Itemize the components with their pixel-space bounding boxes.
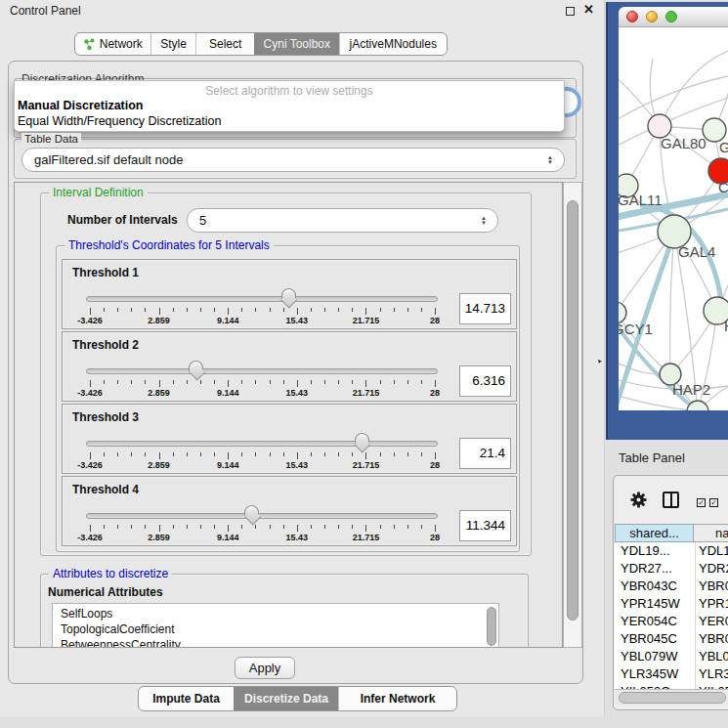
- network-window-titlebar[interactable]: [619, 7, 728, 27]
- slider-tick: [214, 308, 215, 312]
- popup-item-equal-width-frequency-discretization[interactable]: Equal Width/Frequency Discretization: [18, 114, 221, 128]
- close-button[interactable]: [626, 11, 638, 22]
- tick-label: -3.426: [77, 533, 103, 542]
- slider-tick: [145, 452, 146, 456]
- threshold-value-field[interactable]: 21.4: [459, 438, 511, 469]
- slider-tick: [324, 525, 325, 529]
- settings-scrollbar[interactable]: [563, 182, 582, 648]
- tick-label: 9.144: [217, 533, 239, 542]
- slider-tick: [394, 452, 395, 456]
- table-row[interactable]: YPR145WYPR145W: [615, 595, 728, 613]
- tick-label: 21.715: [353, 460, 380, 470]
- minimize-button[interactable]: [646, 11, 658, 22]
- number-of-intervals-combo[interactable]: 5 ▲▼: [187, 208, 498, 233]
- tick-label: 28: [430, 533, 440, 542]
- popup-item-manual-discretization[interactable]: Manual Discretization: [18, 99, 144, 112]
- table-hscrollbar[interactable]: [615, 689, 728, 705]
- numerical-attributes-list[interactable]: SelfLoopsTopologicalCoefficientBetweenne…: [52, 603, 499, 648]
- slider-track[interactable]: [86, 296, 438, 302]
- tab-jactivemnodules[interactable]: jActiveMNodules: [339, 33, 447, 55]
- checkbox-icon[interactable]: ✓: [697, 498, 706, 507]
- slider-tick: [200, 308, 201, 312]
- tab-infer-network[interactable]: Infer Network: [338, 687, 456, 710]
- slider-tick: [241, 380, 242, 384]
- slider-tick: [394, 308, 395, 312]
- node-label: H: [724, 318, 728, 334]
- float-window-icon[interactable]: [566, 7, 575, 16]
- table-row[interactable]: YER054CYER054C: [615, 613, 728, 630]
- threshold-value-field[interactable]: 14.713: [459, 293, 511, 324]
- table-row[interactable]: YBL079WYBL079W: [615, 648, 728, 665]
- slider-tick: [241, 452, 242, 456]
- slider-tick: [380, 525, 381, 529]
- slider-thumb[interactable]: [189, 361, 203, 371]
- slider-tick: [297, 308, 298, 315]
- slider-tick: [311, 380, 312, 384]
- attributes-group-title: Attributes to discretize: [49, 567, 172, 580]
- slider-thumb[interactable]: [355, 433, 369, 444]
- table-hscrollbar-thumb[interactable]: [619, 692, 726, 704]
- zoom-button[interactable]: [665, 11, 677, 22]
- slider-tick: [352, 452, 353, 456]
- tick-label: 21.715: [353, 533, 380, 542]
- slider-tick: [145, 525, 146, 529]
- slider-tick: [90, 525, 91, 532]
- tab-style[interactable]: Style: [150, 33, 196, 55]
- network-edge: [660, 51, 728, 126]
- table-row[interactable]: YBR043CYBR043C: [615, 578, 728, 595]
- slider-tick: [104, 525, 105, 529]
- gear-icon[interactable]: [629, 491, 648, 509]
- attribute-item-betweennesscentrality[interactable]: BetweennessCentrality: [61, 638, 181, 648]
- table-data-combo[interactable]: galFiltered.sif default node ▲▼: [21, 148, 565, 172]
- list-scrollbar-thumb[interactable]: [487, 607, 496, 646]
- slider-track[interactable]: [86, 513, 438, 519]
- column-header-name[interactable]: name: [694, 524, 728, 542]
- algorithm-combo-placeholder: Select algorithm to view settings: [15, 84, 564, 98]
- tick-label: 21.715: [353, 316, 380, 325]
- close-icon[interactable]: ✕: [583, 2, 594, 17]
- slider-track[interactable]: [86, 368, 438, 374]
- slider-track[interactable]: [86, 441, 438, 447]
- threshold-value-field[interactable]: 6.316: [459, 365, 511, 397]
- slider-tick: [338, 380, 339, 384]
- tab-select[interactable]: Select: [195, 33, 254, 55]
- slider-thumb[interactable]: [244, 505, 259, 516]
- column-header-shared[interactable]: shared...: [615, 524, 694, 542]
- slider-tick: [145, 380, 146, 384]
- window-title: Control Panel: [10, 4, 81, 18]
- slider-tick: [435, 308, 436, 315]
- table-data-combo-value: galFiltered.sif default node: [34, 152, 183, 167]
- table-row[interactable]: YDR27...YDR27: [615, 560, 728, 578]
- slider-tick: [338, 452, 339, 456]
- settings-scrollbar-thumb[interactable]: [567, 200, 578, 621]
- slider-tick: [117, 380, 118, 384]
- tab-network[interactable]: Network: [75, 33, 150, 55]
- tab-discretize-data[interactable]: Discretize Data: [234, 687, 338, 710]
- slider-tick: [380, 308, 381, 312]
- table-row[interactable]: YDL19...YDL19: [615, 542, 728, 560]
- attribute-item-topologicalcoefficient[interactable]: TopologicalCoefficient: [61, 622, 175, 636]
- numerical-attributes-heading: Numerical Attributes: [48, 585, 163, 599]
- slider-tick: [365, 308, 366, 315]
- tab-impute-data[interactable]: Impute Data: [139, 687, 234, 710]
- checkbox-icon[interactable]: ✓: [709, 498, 718, 507]
- apply-button[interactable]: Apply: [235, 657, 295, 679]
- attribute-item-selfloops[interactable]: SelfLoops: [61, 607, 112, 621]
- tick-label: 21.715: [353, 388, 380, 398]
- slider-tick: [159, 308, 160, 315]
- slider-thumb[interactable]: [281, 288, 296, 299]
- slider-tick: [421, 308, 422, 312]
- table-row[interactable]: YBR045CYBR045C: [615, 630, 728, 648]
- combo-stepper-icon: ▲▼: [481, 216, 487, 226]
- cell-shared-name: YDL19...: [621, 543, 670, 558]
- tab-cyni-toolbox[interactable]: Cyni Toolbox: [254, 33, 339, 55]
- threshold-value-field[interactable]: 11.344: [459, 510, 511, 541]
- columns-icon[interactable]: [663, 492, 679, 508]
- table-row[interactable]: YLR345WYLR345W: [615, 665, 728, 683]
- slider-tick: [255, 452, 256, 456]
- slider-tick: [283, 380, 284, 384]
- slider-tick: [407, 525, 408, 529]
- network-canvas[interactable]: GAL80GACGAL11GAL4GCY1HHAP2: [619, 27, 728, 410]
- threshold-panel: Threshold 3-3.4262.8599.14415.4321.71528…: [62, 404, 517, 474]
- tick-label: 2.859: [148, 533, 170, 542]
